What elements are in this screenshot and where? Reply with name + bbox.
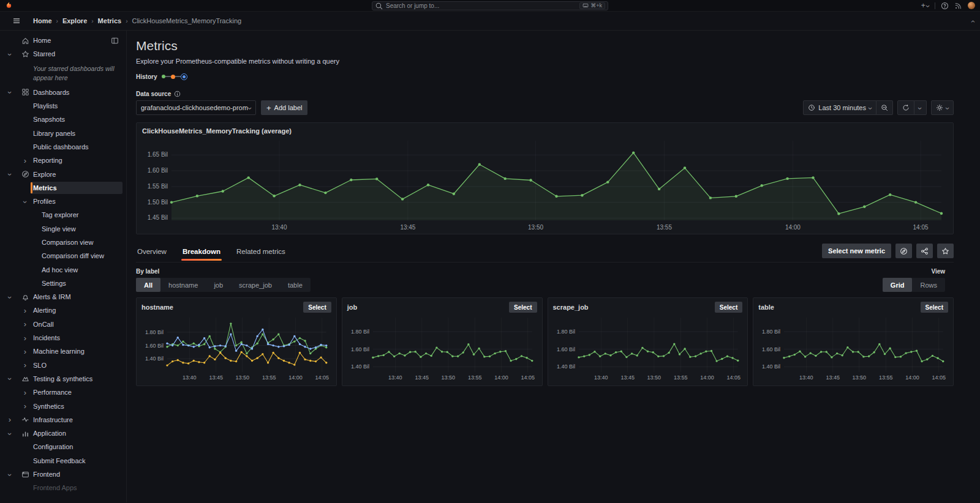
tab-related-metrics[interactable]: Related metrics — [235, 245, 287, 261]
sidebar-item-tag-explorer[interactable]: Tag explorer — [0, 208, 126, 222]
user-avatar[interactable] — [968, 2, 975, 9]
sidebar-item-comparison-diff-view[interactable]: Comparison diff view — [0, 249, 126, 263]
sidebar-item-application[interactable]: ›Application — [0, 427, 126, 440]
sidebar-item-infrastructure[interactable]: ›Infrastructure — [0, 413, 126, 427]
chevron-right-icon[interactable]: › — [24, 402, 26, 410]
chevron-right-icon[interactable]: › — [24, 389, 26, 397]
chevron-down-icon[interactable]: › — [6, 91, 14, 94]
sidebar-item-synthetics[interactable]: ›Synthetics — [0, 399, 126, 412]
tab-overview[interactable]: Overview — [136, 245, 168, 261]
chevron-down-icon[interactable]: › — [6, 296, 14, 299]
zoom-out-button[interactable] — [876, 100, 893, 115]
sidebar-item-playlists[interactable]: Playlists — [0, 99, 126, 113]
breadcrumb-item-home[interactable]: Home — [33, 17, 52, 24]
history-trail[interactable] — [162, 73, 187, 80]
add-label-button[interactable]: + Add label — [261, 100, 307, 115]
sidebar-item-machine-learning[interactable]: ›Machine learning — [0, 345, 126, 358]
sidebar-item-snapshots[interactable]: Snapshots — [0, 113, 126, 126]
sidebar-item-slo[interactable]: ›SLO — [0, 359, 126, 372]
collapse-caret-icon[interactable]: › — [968, 20, 976, 22]
sidebar-item-reporting[interactable]: ›Reporting — [0, 154, 126, 167]
chevron-right-icon[interactable]: › — [24, 157, 26, 165]
chevron-down-icon[interactable]: › — [6, 173, 14, 176]
grafana-logo-icon[interactable] — [4, 1, 13, 10]
chevron-down-icon[interactable]: › — [6, 53, 14, 56]
chevron-down-icon[interactable]: › — [6, 474, 14, 476]
sidebar-item-ad-hoc-view[interactable]: Ad hoc view — [0, 263, 126, 276]
sidebar-item-comparison-view[interactable]: Comparison view — [0, 236, 126, 249]
by-label-hostname[interactable]: hostname — [160, 278, 206, 292]
sidebar-item-settings[interactable]: Settings — [0, 277, 126, 290]
main-metric-chart[interactable]: 13:4013:4513:5013:5514:0014:051.45 Bil1.… — [142, 135, 948, 231]
breadcrumb-item-explore[interactable]: Explore — [62, 17, 87, 24]
sidebar-item-incidents[interactable]: ›Incidents — [0, 331, 126, 345]
by-label-job[interactable]: job — [206, 278, 231, 292]
select-button-hostname[interactable]: Select — [303, 302, 331, 313]
sidebar-item-submit-feedback[interactable]: Submit Feedback — [0, 454, 126, 468]
news-icon[interactable] — [954, 2, 962, 10]
sidebar-item-dashboards[interactable]: ›Dashboards — [0, 86, 126, 99]
breakdown-chart-table[interactable]: 13:4013:4513:5013:5514:0014:051.40 Bil1.… — [758, 313, 948, 381]
time-range-picker[interactable]: Last 30 minutes › — [803, 100, 876, 115]
breakdown-chart-job[interactable]: 13:4013:4513:5013:5514:0014:051.40 Bil1.… — [347, 313, 537, 381]
history-step-icon[interactable] — [171, 75, 175, 79]
breakdown-chart-hostname[interactable]: 13:4013:4513:5013:5514:0014:051.40 Bil1.… — [141, 313, 331, 381]
refresh-button[interactable] — [897, 100, 914, 115]
breakdown-chart-scrape-job[interactable]: 13:4013:4513:5013:5514:0014:051.40 Bil1.… — [553, 313, 743, 381]
chevron-right-icon[interactable]: › — [24, 334, 26, 342]
sidebar-item-single-view[interactable]: Single view — [0, 222, 126, 236]
select-button-scrape-job[interactable]: Select — [715, 302, 742, 313]
refresh-interval-button[interactable]: › — [914, 100, 926, 115]
sidebar-item-frontend[interactable]: ›Frontend — [0, 468, 126, 481]
chevron-right-icon[interactable]: › — [24, 307, 26, 315]
sidebar-item-home[interactable]: Home — [0, 34, 126, 47]
sidebar-item-public-dashboards[interactable]: Public dashboards — [0, 140, 126, 154]
chevron-right-icon[interactable]: › — [24, 348, 26, 356]
sidebar-item-profiles[interactable]: ›Profiles — [0, 195, 126, 208]
by-label-table[interactable]: table — [280, 278, 311, 292]
sidebar-item-library-panels[interactable]: Library panels — [0, 126, 126, 140]
sidebar-item-starred[interactable]: ›Starred — [0, 47, 126, 61]
settings-button[interactable]: › — [931, 100, 954, 115]
view-rows-button[interactable]: Rows — [912, 278, 945, 292]
by-label-all[interactable]: All — [136, 278, 160, 292]
chevron-right-icon[interactable]: › — [9, 415, 11, 423]
select-button-table[interactable]: Select — [921, 302, 948, 313]
search-input[interactable]: Search or jump to... ⌘+k — [372, 1, 608, 10]
dock-sidebar-icon[interactable] — [111, 37, 119, 45]
sidebar-item-oncall[interactable]: ›OnCall — [0, 318, 126, 331]
sidebar-item-testing-synthetics[interactable]: ›Testing & synthetics — [0, 372, 126, 386]
by-label-label: By label — [136, 268, 311, 275]
select-button-job[interactable]: Select — [509, 302, 537, 313]
sidebar-item-alerting[interactable]: ›Alerting — [0, 304, 126, 317]
datasource-select[interactable]: grafanacloud-clickhousedemo-prom › — [136, 100, 256, 115]
chevron-right-icon[interactable]: › — [24, 361, 26, 369]
by-label-scrape-job[interactable]: scrape_job — [231, 278, 280, 292]
star-icon-button[interactable] — [937, 244, 954, 258]
tab-breakdown[interactable]: Breakdown — [181, 245, 222, 261]
help-icon[interactable] — [941, 2, 949, 10]
chevron-down-icon[interactable]: › — [6, 433, 14, 435]
chevron-right-icon[interactable]: › — [24, 320, 26, 328]
sidebar-item-explore[interactable]: ›Explore — [0, 167, 126, 181]
plus-icon: + — [266, 104, 271, 112]
star-icon — [21, 50, 29, 58]
history-current-step-icon[interactable] — [181, 73, 187, 80]
select-new-metric-button[interactable]: Select new metric — [822, 244, 891, 258]
menu-toggle-icon[interactable] — [9, 16, 24, 26]
new-menu-button[interactable]: +› — [921, 1, 929, 10]
bell-icon — [21, 293, 29, 301]
chevron-down-icon[interactable]: › — [21, 201, 29, 203]
sidebar-item-metrics[interactable]: Metrics — [0, 181, 126, 195]
sidebar-item-frontend-apps[interactable]: Frontend Apps — [0, 481, 126, 494]
sidebar-item-alerts-irm[interactable]: ›Alerts & IRM — [0, 290, 126, 304]
breadcrumb-item-metrics[interactable]: Metrics — [98, 17, 122, 24]
sidebar-item-label: Playlists — [33, 102, 58, 110]
chevron-down-icon[interactable]: › — [6, 378, 14, 380]
explore-icon-button[interactable] — [895, 244, 912, 258]
sidebar-item-performance[interactable]: ›Performance — [0, 386, 126, 399]
info-icon[interactable] — [174, 91, 181, 97]
view-grid-button[interactable]: Grid — [883, 278, 913, 292]
share-icon-button[interactable] — [916, 244, 933, 258]
sidebar-item-configuration[interactable]: Configuration — [0, 440, 126, 453]
